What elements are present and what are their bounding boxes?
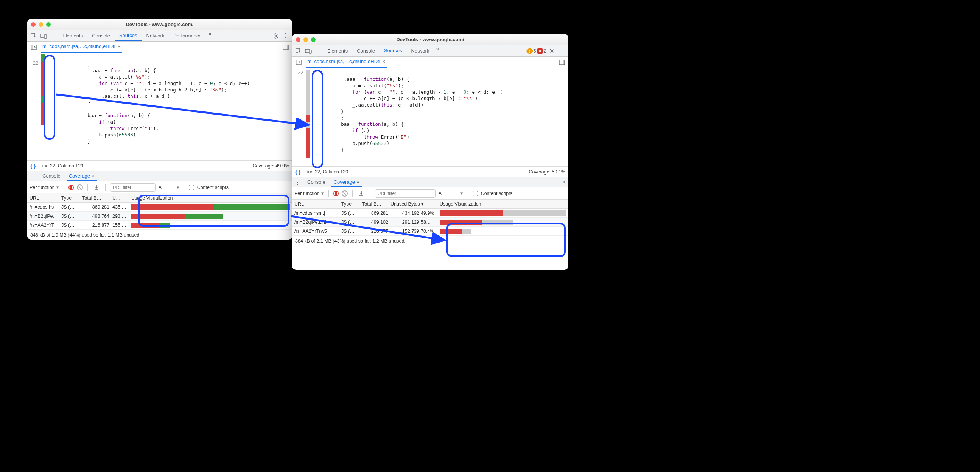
svg-point-11 <box>551 50 553 52</box>
table-row[interactable]: /m=cdos,hsJS (…869 281435 … <box>27 203 292 212</box>
content-scripts-checkbox[interactable] <box>473 191 478 196</box>
record-icon[interactable] <box>333 191 339 196</box>
code-editor[interactable]: 22 ; _.aaa = function(a, b) { a = a.spli… <box>27 53 292 160</box>
open-file-tab[interactable]: m=cdos,hsm,jsa,…c,dtl0hd,eHDfl × <box>41 42 122 52</box>
svg-point-3 <box>275 35 277 36</box>
coverage-table: URL Type Total B… U… Usage Visualization… <box>27 193 292 230</box>
gear-icon[interactable] <box>272 32 280 40</box>
content-scripts-label: Content scripts <box>481 191 512 196</box>
col-unused[interactable]: U… <box>112 195 131 201</box>
tab-console[interactable]: Console <box>88 30 115 41</box>
tab-console[interactable]: Console <box>352 45 380 56</box>
drawer-kebab-icon[interactable]: ⋮ <box>294 178 301 186</box>
col-viz[interactable]: Usage Visualization <box>131 195 292 201</box>
sidebar-toggle-icon[interactable] <box>558 58 566 67</box>
url-filter-input[interactable] <box>375 189 436 198</box>
line-number: 22 <box>27 60 38 66</box>
col-unused[interactable]: Unused Bytes ▾ <box>390 201 440 207</box>
more-panels-icon[interactable]: » <box>206 30 214 41</box>
open-file-tab[interactable]: m=cdos,hsm,jsa,…c,dtl0hd,eHDfl × <box>306 57 387 68</box>
export-icon[interactable] <box>92 183 101 192</box>
coverage-mode-select[interactable]: Per function ▾ <box>294 190 324 196</box>
coverage-mode-select[interactable]: Per function ▾ <box>30 184 59 190</box>
code-content[interactable]: _.aaa = function(a, b) { a = a.split("%s… <box>310 68 568 166</box>
line-gutter: 22 <box>292 68 305 166</box>
type-filter-select[interactable]: All ▾ <box>159 184 179 190</box>
content-scripts-checkbox[interactable] <box>189 185 194 190</box>
tab-sources[interactable]: Sources <box>380 45 407 56</box>
table-row[interactable]: /m=B2qlPe,DhlJS (…499,102291,12958… <box>292 218 568 227</box>
coverage-gutter <box>305 68 310 166</box>
inspect-icon[interactable] <box>30 32 38 40</box>
table-row[interactable]: /rs=AA2YrTJS (…216 877155 … <box>27 221 292 230</box>
file-tab-name: m=cdos,hsm,jsa,…c,dtl0hd,eHDfl <box>307 59 380 64</box>
warnings-badge[interactable]: !5 <box>527 48 536 54</box>
nav-toggle-icon[interactable] <box>294 58 303 67</box>
tab-performance[interactable]: Performance <box>169 30 206 41</box>
table-row[interactable]: /m=B2qlPe,JS (…498 764293 … <box>27 212 292 221</box>
code-content[interactable]: ; _.aaa = function(a, b) { a = a.split("… <box>45 53 292 160</box>
device-toggle-icon[interactable] <box>39 32 48 40</box>
clear-icon[interactable] <box>342 190 348 196</box>
line-gutter: 22 <box>27 53 40 160</box>
file-tab-name: m=cdos,hsm,jsa,…c,dtl0hd,eHDfl <box>42 43 115 49</box>
code-editor[interactable]: 22 _.aaa = function(a, b) { a = a.split(… <box>292 68 568 166</box>
coverage-gutter <box>40 53 45 160</box>
line-number: 22 <box>292 70 304 75</box>
svg-rect-5 <box>31 45 33 49</box>
more-panels-icon[interactable]: » <box>434 45 441 56</box>
kebab-icon[interactable]: ⋮ <box>558 47 566 55</box>
export-icon[interactable] <box>357 189 366 198</box>
col-type[interactable]: Type <box>61 195 82 201</box>
window-titlebar: DevTools - www.google.com/ <box>27 19 292 30</box>
gear-icon[interactable] <box>548 47 556 55</box>
url-filter-input[interactable] <box>110 183 156 192</box>
table-header: URL Type Total B… Unused Bytes ▾ Usage V… <box>292 200 568 209</box>
pretty-print-icon[interactable]: { } <box>295 169 301 175</box>
col-total[interactable]: Total B… <box>82 195 112 201</box>
errors-badge[interactable]: 2 <box>537 48 546 54</box>
pretty-print-icon[interactable]: { } <box>30 163 36 169</box>
panel-tabstrip: Elements Console Sources Network Perform… <box>27 30 292 41</box>
drawer-tab-coverage[interactable]: Coverage× <box>67 171 97 181</box>
col-url[interactable]: URL <box>27 195 61 201</box>
drawer-tab-console[interactable]: Console <box>305 177 328 186</box>
close-file-icon[interactable]: × <box>118 43 121 49</box>
col-type[interactable]: Type <box>341 201 362 207</box>
inspect-icon[interactable] <box>294 47 303 55</box>
drawer-kebab-icon[interactable]: ⋮ <box>30 172 36 180</box>
sources-toolbar: m=cdos,hsm,jsa,…c,dtl0hd,eHDfl × <box>27 41 292 53</box>
tab-network[interactable]: Network <box>142 30 169 41</box>
editor-status: { } Line 22, Column 129 Coverage: 49.9% <box>27 160 292 171</box>
drawer-tab-console[interactable]: Console <box>40 171 63 180</box>
svg-rect-15 <box>563 60 565 65</box>
close-file-icon[interactable]: × <box>383 59 385 65</box>
type-filter-select[interactable]: All ▾ <box>439 190 463 196</box>
kebab-icon[interactable]: ⋮ <box>282 32 290 40</box>
col-url[interactable]: URL <box>292 201 341 207</box>
window-titlebar: DevTools - www.google.com/ <box>292 34 568 45</box>
device-toggle-icon[interactable] <box>304 47 313 55</box>
window-title: DevTools - www.google.com/ <box>27 22 292 27</box>
table-row[interactable]: /rs=AA2YrTsw5JS (…216,877152,73970.4% <box>292 227 568 236</box>
svg-rect-2 <box>44 35 46 38</box>
nav-toggle-icon[interactable] <box>30 43 38 51</box>
col-viz[interactable]: Usage Visualization <box>440 201 568 207</box>
col-total[interactable]: Total B… <box>362 201 390 207</box>
table-row[interactable]: /m=cdos,hsm,jJS (…869,281434,19249.9% <box>292 209 568 218</box>
devtools-window-left: DevTools - www.google.com/ Elements Cons… <box>27 19 292 239</box>
tab-elements[interactable]: Elements <box>323 45 352 56</box>
close-drawer-tab-icon[interactable]: × <box>356 179 360 185</box>
svg-rect-7 <box>287 45 288 49</box>
tab-elements[interactable]: Elements <box>58 30 88 41</box>
drawer-tabstrip: ⋮ Console Coverage× × <box>292 177 568 187</box>
close-drawer-tab-icon[interactable]: × <box>92 173 95 179</box>
clear-icon[interactable] <box>77 184 83 190</box>
drawer-tabstrip: ⋮ Console Coverage× <box>27 171 292 181</box>
tab-network[interactable]: Network <box>407 45 434 56</box>
close-drawer-icon[interactable]: × <box>563 179 566 185</box>
tab-sources[interactable]: Sources <box>115 30 142 41</box>
record-icon[interactable] <box>68 185 74 190</box>
sidebar-toggle-icon[interactable] <box>282 43 290 51</box>
drawer-tab-coverage[interactable]: Coverage× <box>331 177 362 187</box>
